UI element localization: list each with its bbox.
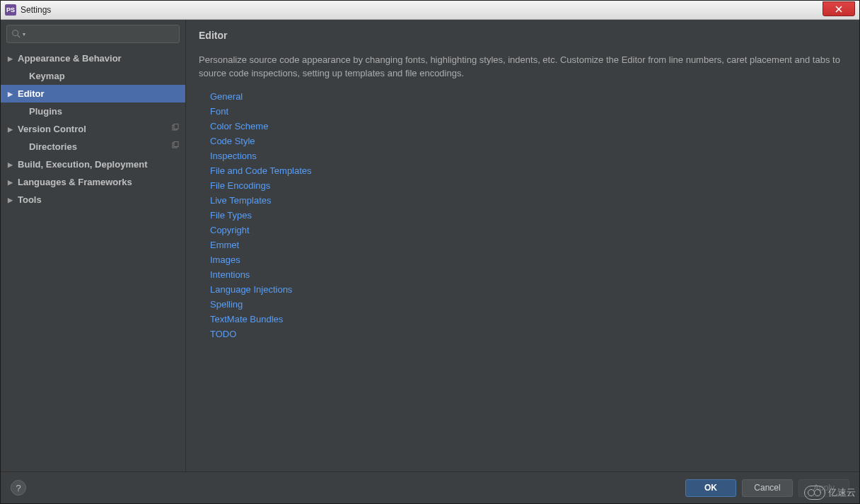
project-level-icon (171, 141, 180, 152)
sidebar-item-label: Appearance & Behavior (18, 53, 122, 64)
project-level-icon (171, 124, 180, 134)
editor-link-general[interactable]: General (210, 89, 847, 104)
window-controls (823, 4, 859, 16)
cancel-button[interactable]: Cancel (742, 479, 793, 497)
sidebar-item-editor[interactable]: ▶Editor (1, 85, 185, 102)
expand-arrow-icon[interactable]: ▶ (8, 161, 13, 168)
editor-link-font[interactable]: Font (210, 104, 847, 119)
search-input[interactable] (28, 29, 175, 39)
editor-link-file-and-code-templates[interactable]: File and Code Templates (210, 163, 847, 178)
page-description: Personalize source code appearance by ch… (199, 54, 847, 81)
sidebar-item-label: Keymap (29, 71, 65, 81)
ok-button[interactable]: OK (685, 479, 736, 497)
sidebar-item-directories[interactable]: Directories (1, 138, 185, 156)
close-icon (835, 6, 843, 13)
sidebar-item-label: Directories (29, 141, 77, 152)
sidebar-item-tools[interactable]: ▶Tools (1, 191, 185, 209)
search-wrap: ▾ (1, 20, 185, 48)
close-button[interactable] (823, 1, 855, 16)
sidebar-item-plugins[interactable]: Plugins (1, 102, 185, 120)
sidebar-item-appearance-behavior[interactable]: ▶Appearance & Behavior (1, 49, 185, 67)
sidebar-item-label: Build, Execution, Deployment (18, 159, 147, 170)
expand-arrow-icon[interactable]: ▶ (8, 197, 13, 204)
sidebar-item-label: Editor (18, 88, 45, 99)
page-title: Editor (199, 30, 847, 41)
svg-rect-5 (174, 142, 178, 147)
sidebar-item-version-control[interactable]: ▶Version Control (1, 120, 185, 138)
editor-link-todo[interactable]: TODO (210, 327, 847, 341)
window-title: Settings (21, 5, 51, 15)
body-area: ▾ ▶Appearance & BehaviorKeymap▶EditorPlu… (1, 20, 859, 471)
sidebar-item-languages-frameworks[interactable]: ▶Languages & Frameworks (1, 173, 185, 191)
editor-link-file-encodings[interactable]: File Encodings (210, 178, 847, 193)
sidebar-item-label: Plugins (29, 106, 62, 117)
app-icon: PS (5, 4, 16, 16)
editor-link-emmet[interactable]: Emmet (210, 238, 847, 252)
sidebar-item-build-execution-deployment[interactable]: ▶Build, Execution, Deployment (1, 156, 185, 173)
editor-link-images[interactable]: Images (210, 252, 847, 267)
editor-link-color-scheme[interactable]: Color Scheme (210, 119, 847, 134)
editor-link-textmate-bundles[interactable]: TextMate Bundles (210, 312, 847, 327)
editor-link-language-injections[interactable]: Language Injections (210, 282, 847, 297)
sidebar-item-label: Tools (18, 194, 42, 205)
sidebar: ▾ ▶Appearance & BehaviorKeymap▶EditorPlu… (1, 20, 186, 471)
help-button[interactable]: ? (11, 480, 26, 496)
expand-arrow-icon[interactable]: ▶ (8, 90, 13, 98)
dialog-footer: ? OK Cancel Apply (1, 471, 859, 503)
titlebar: PS Settings (1, 1, 859, 20)
search-dropdown-icon[interactable]: ▾ (23, 31, 25, 37)
expand-arrow-icon[interactable]: ▶ (8, 179, 13, 186)
expand-arrow-icon[interactable]: ▶ (8, 126, 13, 133)
apply-button[interactable]: Apply (798, 479, 849, 497)
svg-point-0 (13, 30, 18, 36)
editor-link-inspections[interactable]: Inspections (210, 148, 847, 163)
svg-rect-3 (174, 124, 178, 129)
expand-arrow-icon[interactable]: ▶ (8, 55, 13, 62)
editor-link-code-style[interactable]: Code Style (210, 134, 847, 148)
svg-line-1 (18, 35, 21, 38)
editor-subpage-links: GeneralFontColor SchemeCode StyleInspect… (199, 89, 847, 341)
editor-link-live-templates[interactable]: Live Templates (210, 193, 847, 208)
editor-link-spelling[interactable]: Spelling (210, 297, 847, 312)
search-icon (11, 29, 21, 39)
sidebar-item-label: Languages & Frameworks (18, 177, 132, 187)
editor-link-intentions[interactable]: Intentions (210, 267, 847, 282)
editor-link-copyright[interactable]: Copyright (210, 223, 847, 238)
sidebar-item-label: Version Control (18, 124, 86, 134)
settings-window: PS Settings ▾ ▶Appearance & BehaviorKeym… (0, 0, 860, 504)
editor-link-file-types[interactable]: File Types (210, 208, 847, 223)
settings-tree: ▶Appearance & BehaviorKeymap▶EditorPlugi… (1, 48, 185, 471)
content-panel: Editor Personalize source code appearanc… (186, 20, 859, 471)
search-box[interactable]: ▾ (6, 25, 180, 43)
sidebar-item-keymap[interactable]: Keymap (1, 67, 185, 85)
